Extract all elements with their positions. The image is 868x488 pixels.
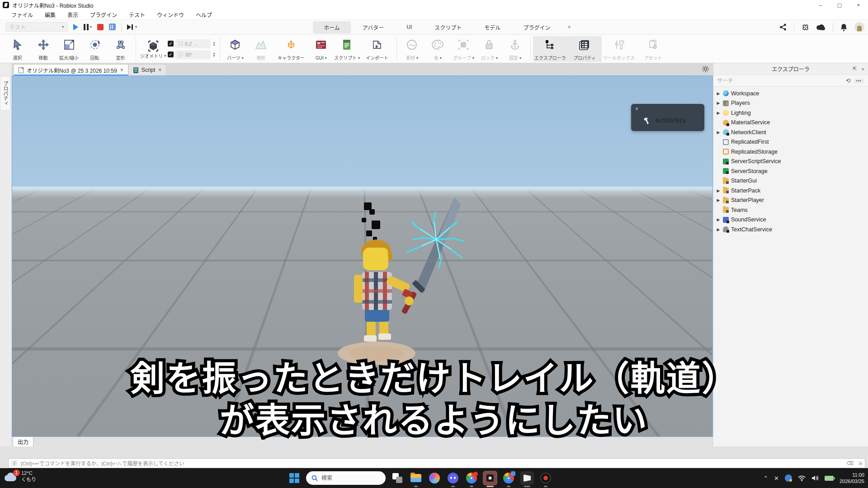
properties-collapsed-tab[interactable]: プロパティ [1,76,10,111]
minimize-button[interactable]: – [811,0,830,10]
notifications-bell-icon[interactable] [840,23,847,31]
material-button[interactable]: 素材▾ [399,36,425,62]
expand-arrow-icon[interactable]: ▶ [716,130,721,135]
resume-button[interactable] [109,23,116,30]
tree-item-soundservice[interactable]: ▶SoundService [716,215,868,225]
recorder-button[interactable] [539,471,552,485]
move-snap-stepper[interactable]: ▲▼ [212,41,216,46]
tree-item-replicatedfirst[interactable]: ▶ReplicatedFirst [716,137,868,147]
insert-script-button[interactable]: スクリプト▾ [334,36,360,62]
expand-arrow-icon[interactable]: ▶ [716,91,721,96]
tab-avatar[interactable]: アバター [352,21,395,33]
toolbox-panel-toggle[interactable]: ツールボックス [602,36,636,62]
task-view-button[interactable] [391,471,404,485]
rotate-snap-checkbox[interactable]: ✓ [168,52,174,57]
transform-tool-button[interactable]: 変形 [108,36,133,62]
step-forward-button[interactable]: ▾ [127,24,137,30]
tree-item-startergui[interactable]: ▶StarterGui [716,176,868,186]
viewport-settings-gear-icon[interactable] [702,65,709,75]
tray-app-icon[interactable] [785,474,792,482]
taskbar-search[interactable] [306,471,386,485]
menu-view[interactable]: 表示 [61,10,84,19]
close-tab-icon[interactable]: × [158,67,161,73]
play-button[interactable] [73,24,78,30]
file-explorer-button[interactable] [409,471,423,485]
tab-script[interactable]: スクリプト [424,21,472,33]
tab-model[interactable]: モデル [473,21,511,33]
tree-item-players[interactable]: ▶Players [716,99,868,108]
select-tool-button[interactable]: 選択 [5,36,30,62]
start-button[interactable] [288,471,301,485]
tree-item-starterplayer[interactable]: ▶StarterPlayer [716,196,868,206]
expand-panel-icon[interactable]: ⇲ [858,460,862,466]
close-button[interactable]: × [849,0,868,10]
copilot-button[interactable] [428,471,441,485]
popout-panel-icon[interactable]: ⇱ [853,66,857,72]
discord-button[interactable] [446,471,460,485]
close-tab-icon[interactable]: × [120,67,123,73]
test-mode-dropdown[interactable]: テスト ▾ [5,22,68,32]
place-document-tab[interactable]: オリジナル剣No3 @ 25 3 2026 10:59 × [14,64,128,75]
gui-button[interactable]: GUI▾ [308,36,334,62]
capcut-button[interactable] [520,471,534,485]
cloud-icon[interactable] [816,24,826,30]
move-snap-input[interactable]: 0.2 ... [175,39,211,48]
scale-tool-button[interactable]: 拡大/縮小 [56,36,82,62]
menu-file[interactable]: ファイル [5,10,39,19]
tree-item-lighting[interactable]: ▶Lighting [716,108,868,118]
rotate-tool-button[interactable]: 回転 [82,36,108,62]
menu-window[interactable]: ウィンドウ [151,10,190,19]
color-button[interactable]: 色▾ [425,36,451,62]
expand-arrow-icon[interactable]: ▶ [716,101,721,105]
user-avatar[interactable] [854,22,864,32]
tab-ui[interactable]: UI [396,22,423,33]
expand-arrow-icon[interactable]: ▶ [716,198,721,202]
menu-help[interactable]: ヘルプ [190,10,218,19]
menu-plugins[interactable]: プラグイン [84,10,123,19]
output-tab[interactable]: 出力 [13,436,33,446]
battery-icon[interactable] [825,476,834,481]
script-document-tab[interactable]: Script × [128,64,167,75]
menu-edit[interactable]: 編集 [39,10,61,19]
taskbar-clock[interactable]: 11:00 2026/03/25 [840,472,864,485]
tray-close-icon[interactable]: ✕ [774,475,779,482]
explorer-menu-button[interactable]: ••• [854,78,864,84]
tray-chevron-up-icon[interactable]: ⌃ [763,475,768,482]
tree-item-workspace[interactable]: ▶Workspace [716,89,868,99]
expand-arrow-icon[interactable]: ▶ [716,111,721,115]
tab-home[interactable]: ホーム [313,21,351,33]
move-snap-checkbox[interactable]: ✓ [168,41,174,47]
command-bar[interactable]: i [Ctrl]+↵でコマンドを実行するか、[Ctrl]+↑/↓で履歴を表示して… [8,458,865,468]
move-tool-button[interactable]: 移動 [30,36,56,62]
clear-output-icon[interactable]: ⌫ [846,460,854,466]
close-icon[interactable]: × [635,106,638,112]
tree-item-networkclient[interactable]: ▶NetworkClient [716,127,868,137]
filter-history-icon[interactable]: ⟲ [846,77,851,84]
expand-arrow-icon[interactable]: ▶ [716,227,721,232]
tree-item-replicatedstorage[interactable]: ▶ReplicatedStorage [716,147,868,157]
tree-item-serverscriptservice[interactable]: ▶ServerScriptService [716,157,868,167]
tab-add-button[interactable]: + [562,22,576,33]
terrain-button[interactable]: 地形 [248,36,274,62]
geometry-mode-button[interactable]: ジオメトリ ▾ [140,38,166,61]
wifi-icon[interactable] [798,475,806,481]
taskbar-search-input[interactable] [321,475,371,481]
chrome-button[interactable] [465,471,478,485]
group-button[interactable]: グループ▾ [451,36,476,62]
anchor-button[interactable]: 固定▾ [502,36,528,62]
roblox-studio-button[interactable] [483,471,497,485]
expand-arrow-icon[interactable]: ▶ [716,217,721,222]
pause-button[interactable]: ▾ [84,24,92,30]
explorer-search-input[interactable] [717,78,843,84]
chrome-profile2-button[interactable] [502,471,515,485]
tree-item-textchatservice[interactable]: ▶TextChatService [716,225,868,235]
character-button[interactable]: キャラクター [274,36,308,62]
import-button[interactable]: インポート [360,36,394,62]
tree-item-teams[interactable]: ▶Teams [716,205,868,215]
expand-arrow-icon[interactable]: ▶ [716,188,721,193]
speaker-icon[interactable] [811,475,819,481]
weather-widget[interactable]: 1 12°C くもり [5,470,36,483]
rotate-snap-stepper[interactable]: ▲▼ [212,52,216,57]
menu-test[interactable]: テスト [123,10,151,19]
asset-manager-toggle[interactable]: アセット [636,36,670,62]
